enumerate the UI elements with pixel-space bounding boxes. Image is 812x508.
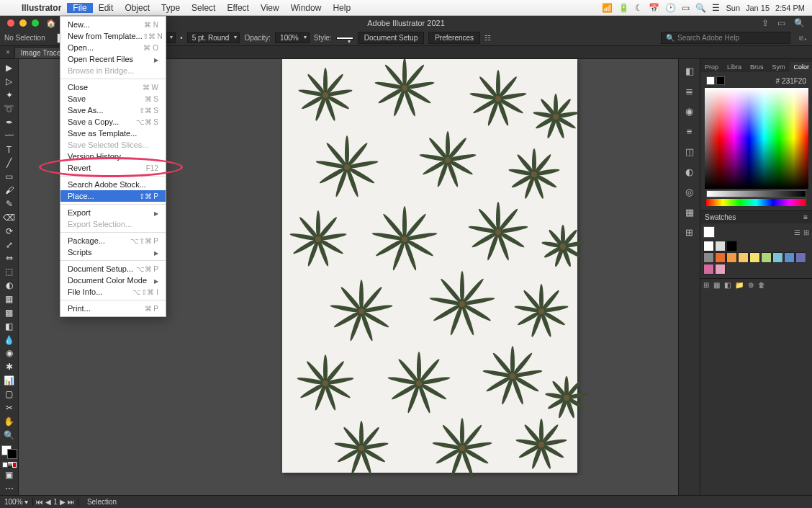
file-menu-document-setup[interactable]: Document Setup...⌥⌘ P	[60, 263, 166, 275]
screen-mode-toggle[interactable]: ▣	[2, 469, 17, 481]
file-menu-revert[interactable]: RevertF12	[60, 162, 166, 174]
panel-tab-brus[interactable]: Brus	[746, 62, 768, 72]
file-menu-scripts[interactable]: Scripts	[60, 246, 166, 258]
file-menu-document-color-mode[interactable]: Document Color Mode	[60, 275, 166, 286]
slice-tool[interactable]: ✂	[2, 401, 17, 414]
color-fill-swatch[interactable]	[706, 76, 715, 85]
hue-slider[interactable]	[706, 199, 806, 206]
tray-day[interactable]: Sun	[726, 4, 740, 12]
app-name[interactable]: Illustrator	[16, 3, 67, 13]
menu-select[interactable]: Select	[186, 3, 221, 13]
selection-tool[interactable]: ▶	[2, 62, 17, 74]
swatch[interactable]	[749, 252, 760, 263]
type-tool[interactable]: T	[2, 143, 17, 156]
stroke-dock-icon[interactable]: ≡	[682, 124, 697, 138]
curvature-tool[interactable]: 〰	[2, 130, 17, 142]
zoom-tool[interactable]: 🔍	[2, 429, 17, 441]
tray-date[interactable]: Jan 15	[746, 4, 770, 12]
fill-stroke-swatches[interactable]	[1, 445, 17, 459]
delete-swatch-icon[interactable]: 🗑	[758, 281, 765, 289]
calendar-icon[interactable]: 📅	[649, 3, 659, 13]
search-tray-icon[interactable]: 🔍	[695, 3, 706, 13]
swatch[interactable]	[795, 252, 806, 263]
file-menu-place[interactable]: Place...⇧⌘ P	[60, 190, 166, 202]
shaper-tool[interactable]: ✎	[2, 198, 17, 210]
file-menu-open-recent-files[interactable]: Open Recent Files	[60, 53, 166, 65]
workspace-switcher-icon[interactable]: ⎚▾	[799, 34, 808, 42]
gradient-tool[interactable]: ◧	[2, 320, 17, 332]
gradient-dock-icon[interactable]: ◫	[682, 144, 697, 159]
menu-help[interactable]: Help	[327, 3, 356, 13]
menu-type[interactable]: Type	[155, 3, 186, 13]
transparency-dock-icon[interactable]: ◐	[682, 164, 697, 179]
file-menu-file-info[interactable]: File Info...⌥⇧⌘ I	[60, 286, 166, 298]
align-icon[interactable]: ☷	[484, 34, 491, 42]
artboard-navigation[interactable]: ⏮◀1▶⏭	[33, 498, 78, 506]
direct-selection-tool[interactable]: ▷	[2, 76, 17, 88]
menu-file[interactable]: File	[67, 3, 92, 13]
column-graph-tool[interactable]: 📊	[2, 375, 17, 387]
file-menu-version-history[interactable]: Version History	[60, 151, 166, 162]
swatches-list-view-icon[interactable]: ☰	[794, 228, 800, 236]
control-center-icon[interactable]: ☰	[712, 3, 720, 13]
wifi-icon[interactable]: 📶	[602, 3, 613, 13]
swatch[interactable]	[715, 264, 726, 275]
mesh-tool[interactable]: ▩	[2, 306, 17, 318]
color-spectrum[interactable]	[705, 88, 808, 189]
color-stroke-swatch[interactable]	[716, 76, 725, 85]
file-menu-package[interactable]: Package...⌥⇧⌘ P	[60, 235, 166, 246]
layers-dock-icon[interactable]: ≣	[682, 84, 697, 98]
swatch[interactable]	[761, 252, 772, 263]
file-menu-print[interactable]: Print...⌘ P	[60, 303, 166, 314]
menu-object[interactable]: Object	[119, 3, 155, 13]
menu-effect[interactable]: Effect	[221, 3, 254, 13]
hex-value[interactable]: 231F20	[782, 77, 806, 85]
appearance-dock-icon[interactable]: ◎	[682, 184, 697, 199]
file-menu-save-as-template[interactable]: Save as Template...	[60, 128, 166, 139]
preferences-button[interactable]: Preferences	[428, 32, 480, 44]
eraser-tool[interactable]: ⌫	[2, 211, 17, 223]
properties-dock-icon[interactable]: ◧	[682, 63, 697, 78]
new-color-group-icon[interactable]: 📁	[735, 281, 744, 289]
opacity-dropdown[interactable]: 100%	[275, 32, 310, 43]
tab-close-icon[interactable]: ×	[6, 48, 10, 56]
width-tool[interactable]: ⇔	[2, 252, 17, 264]
rotate-tool[interactable]: ⟳	[2, 225, 17, 237]
tray-time[interactable]: 2:54 PM	[775, 4, 805, 12]
panel-tab-libra[interactable]: Libra	[723, 62, 746, 72]
swatch[interactable]	[784, 252, 795, 263]
file-menu-close[interactable]: Close⌘ W	[60, 81, 166, 93]
graphic-style-dropdown[interactable]	[336, 37, 353, 40]
file-menu-search-adobe-stock[interactable]: Search Adobe Stock...	[60, 179, 166, 190]
file-menu-open[interactable]: Open...⌘ O	[60, 42, 166, 53]
search-help-field[interactable]: 🔍 Search Adobe Help	[661, 32, 790, 44]
zoom-level[interactable]: 100% ▾	[0, 498, 33, 506]
free-transform-tool[interactable]: ⬚	[2, 266, 17, 278]
new-swatch-icon[interactable]: ⊕	[748, 281, 754, 289]
swatches-menu-icon[interactable]: ≡	[803, 213, 808, 221]
rectangle-tool[interactable]: ▭	[2, 171, 17, 183]
document-setup-button[interactable]: Document Setup	[358, 32, 425, 44]
color-mode-toggles[interactable]	[2, 462, 17, 468]
symbol-sprayer-tool[interactable]: ✱	[2, 361, 17, 373]
swatch[interactable]	[726, 252, 737, 263]
paintbrush-tool[interactable]: 🖌	[2, 184, 17, 197]
hand-tool[interactable]: ✋	[2, 415, 17, 427]
swatch[interactable]	[726, 241, 737, 251]
magic-wand-tool[interactable]: ✦	[2, 89, 17, 102]
swatch[interactable]	[738, 252, 749, 263]
file-menu-new[interactable]: New...⌘ N	[60, 19, 166, 30]
eyedropper-tool[interactable]: 💧	[2, 334, 17, 346]
menu-window[interactable]: Window	[285, 3, 328, 13]
brush-definition-dropdown[interactable]: 5 pt. Round	[187, 32, 240, 43]
swatches-current-fill[interactable]	[703, 226, 715, 238]
graphic-styles-dock-icon[interactable]: ▦	[682, 205, 697, 219]
artboard-tool[interactable]: ▢	[2, 388, 17, 401]
blend-tool[interactable]: ◉	[2, 347, 17, 360]
menu-view[interactable]: View	[255, 3, 285, 13]
swatches-grid-view-icon[interactable]: ⊞	[803, 228, 809, 236]
swatch[interactable]	[772, 252, 783, 263]
clock-icon[interactable]: 🕑	[665, 3, 676, 13]
lasso-tool[interactable]: ➰	[2, 103, 17, 115]
swatch-kind-menu-icon[interactable]: ▦	[713, 281, 720, 289]
